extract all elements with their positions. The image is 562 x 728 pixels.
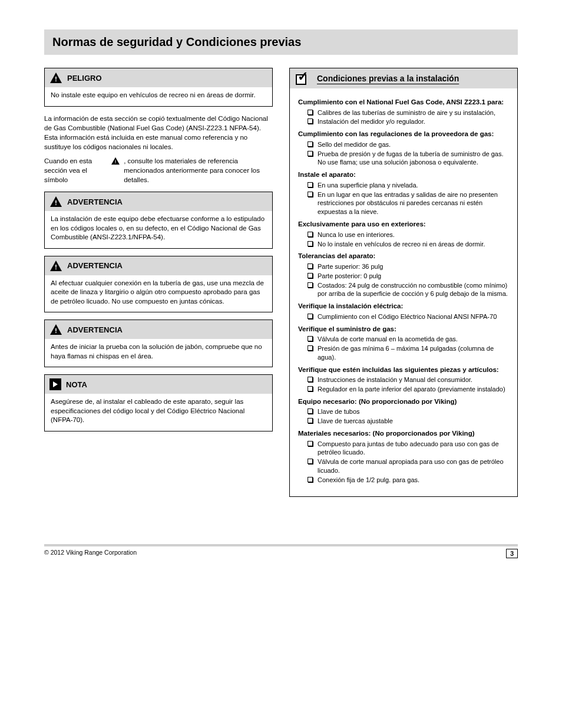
checklist-item-text: Llave de tuercas ajustable [318, 417, 509, 426]
checkbox-icon [308, 151, 313, 156]
checklist-item: Parte superior: 36 pulg [298, 262, 509, 271]
checklist-item-text: Calibres de las tuberías de suministro d… [318, 108, 509, 117]
checklist-group-title: Equipo necesario: (No proporcionado por … [298, 397, 509, 407]
note-head: NOTA [45, 375, 272, 394]
checklist-item: Sello del medidor de gas. [298, 140, 509, 149]
warning-head-1: ! ADVERTENCIA [45, 192, 272, 211]
checklist-item-text: Nunca lo use en interiores. [318, 230, 509, 239]
checklist-item: En una superficie plana y nivelada. [298, 181, 509, 190]
checklist-item-text: Parte posterior: 0 pulg [318, 272, 509, 281]
checklist-item: Parte posterior: 0 pulg [298, 272, 509, 281]
checkbox-icon [308, 409, 313, 414]
checklist-group-title: Exclusivamente para uso en exteriores: [298, 220, 509, 229]
checklist-item: Instrucciones de instalación y Manual de… [298, 375, 509, 384]
checklist-item-text: Sello del medidor de gas. [318, 140, 509, 149]
warning-body-3: Antes de iniciar la prueba con la soluci… [45, 339, 272, 367]
warning-label-1: ADVERTENCIA [67, 197, 123, 206]
checklist-group: Instale el aparato:En una superficie pla… [298, 170, 509, 216]
warning-box-3: ! ADVERTENCIA Antes de iniciar la prueba… [44, 319, 273, 367]
checkbox-icon [308, 110, 313, 115]
warning-triangle-icon: ! [49, 72, 62, 84]
arrow-right-icon [49, 378, 61, 390]
checkbox-icon [308, 118, 313, 124]
checkbox-icon [308, 459, 313, 464]
checklist-group: Verifique la instalación eléctrica:Cumpl… [298, 302, 509, 321]
checklist-body: Cumplimiento con el National Fuel Gas Co… [290, 88, 517, 496]
checklist-title: Condiciones previas a la instalación [317, 74, 459, 83]
right-column: ✓ Condiciones previas a la instalación C… [289, 68, 518, 497]
svg-text:!: ! [55, 199, 57, 207]
svg-text:!: ! [115, 159, 117, 164]
warning-body-2: Al efectuar cualquier conexión en la tub… [45, 275, 272, 312]
checkmark-icon: ✓ [296, 72, 309, 85]
page-footer: © 2012 Viking Range Corporation 3 [44, 544, 518, 558]
checklist-item-text: Prueba de presión y de fugas de la tuber… [318, 150, 509, 167]
intro-2-prefix: Cuando en esta sección vea el símbolo [44, 156, 107, 185]
intro-2-suffix: , consulte los materiales de referencia … [124, 156, 273, 185]
checklist-group: Materiales necesarios: (No proporcionado… [298, 429, 509, 485]
checklist-group: Exclusivamente para uso en exteriores:Nu… [298, 220, 509, 248]
checklist-item: Conexión fija de 1/2 pulg. para gas. [298, 476, 509, 485]
checklist-item: En un lugar en que las entradas y salida… [298, 190, 509, 217]
warning-triangle-icon: ! [49, 260, 62, 272]
checkbox-icon [308, 232, 313, 237]
checklist-item: Compuesto para juntas de tubo adecuado p… [298, 440, 509, 457]
warning-head-2: ! ADVERTENCIA [45, 256, 272, 275]
checklist-item-text: En un lugar en que las entradas y salida… [318, 190, 509, 217]
note-label: NOTA [66, 380, 87, 389]
checklist-group-title: Verifique que estén incluidas las siguie… [298, 365, 509, 375]
warning-label-3: ADVERTENCIA [67, 325, 123, 334]
page-title: Normas de seguridad y Condiciones previa… [52, 35, 510, 49]
checklist-item: Llave de tuercas ajustable [298, 417, 509, 426]
checklist-group-title: Verifique la instalación eléctrica: [298, 302, 509, 311]
page-number: 3 [506, 549, 518, 558]
checklist-item: Nunca lo use en interiores. [298, 230, 509, 239]
checklist-item-text: Instrucciones de instalación y Manual de… [318, 375, 509, 384]
checklist-item-text: Válvula de corte manual en la acometida … [318, 335, 509, 344]
checkbox-icon [308, 282, 313, 288]
warning-label-2: ADVERTENCIA [67, 261, 123, 270]
checklist-item-text: Presión de gas mínima 6 – máxima 14 pulg… [318, 344, 509, 362]
checklist-item-text: Costados: 24 pulg de construcción no com… [318, 281, 509, 299]
warning-triangle-icon: ! [49, 324, 62, 335]
checklist-item: Válvula de corte manual en la acometida … [298, 335, 509, 344]
checklist-group: Verifique el suministro de gas:Válvula d… [298, 325, 509, 362]
checklist-item-text: Llave de tubos [318, 407, 509, 416]
intro-para-2: Cuando en esta sección vea el símbolo ! … [44, 156, 273, 185]
checkbox-icon [308, 192, 313, 197]
checklist-group-title: Materiales necesarios: (No proporcionado… [298, 429, 509, 439]
svg-text:!: ! [55, 327, 57, 335]
checklist-item: Instalación del medidor y/o regulador. [298, 117, 509, 126]
left-column: ! PELIGRO No instale este equipo en vehí… [44, 68, 273, 497]
checkbox-icon [308, 377, 313, 382]
checklist-item-text: Parte superior: 36 pulg [318, 262, 509, 271]
checkbox-icon [308, 477, 313, 482]
warning-box-1: ! ADVERTENCIA La instalación de este equ… [44, 192, 273, 249]
checklist-item-text: Compuesto para juntas de tubo adecuado p… [318, 440, 509, 457]
checklist-item: Calibres de las tuberías de suministro d… [298, 108, 509, 117]
warning-body-1: La instalación de este equipo debe efect… [45, 211, 272, 248]
checkbox-icon [308, 386, 313, 391]
note-box: NOTA Asegúrese de, al instalar el cablea… [44, 374, 273, 431]
checklist-item-text: No lo instale en vehículos de recreo ni … [318, 240, 509, 249]
two-column-layout: ! PELIGRO No instale este equipo en vehí… [44, 68, 518, 497]
svg-text:!: ! [55, 263, 57, 271]
svg-text:!: ! [55, 75, 57, 83]
checklist-item: Regulador en la parte inferior del apara… [298, 385, 509, 394]
checklist-group-title: Cumplimiento con el National Fuel Gas Co… [298, 98, 509, 107]
checklist-group: Tolerancias del aparato:Parte superior: … [298, 252, 509, 298]
checklist-item: No lo instale en vehículos de recreo ni … [298, 240, 509, 249]
warning-box-2: ! ADVERTENCIA Al efectuar cualquier cone… [44, 256, 273, 313]
warning-head-3: ! ADVERTENCIA [45, 320, 272, 339]
checklist-item-text: Válvula de corte manual apropiada para u… [318, 457, 509, 475]
checklist-group: Cumplimiento con las regulaciones de la … [298, 130, 509, 167]
checkbox-icon [308, 141, 313, 147]
checklist-item: Válvula de corte manual apropiada para u… [298, 457, 509, 475]
checklist-group-title: Tolerancias del aparato: [298, 252, 509, 261]
checklist-group-title: Cumplimiento con las regulaciones de la … [298, 130, 509, 139]
checklist-head: ✓ Condiciones previas a la instalación [290, 68, 517, 88]
danger-body: No instale este equipo en vehículos de r… [45, 87, 272, 106]
warning-triangle-icon: ! [49, 196, 62, 207]
checkbox-icon [308, 273, 313, 278]
checklist-item-text: Regulador en la parte inferior del apara… [318, 385, 509, 394]
